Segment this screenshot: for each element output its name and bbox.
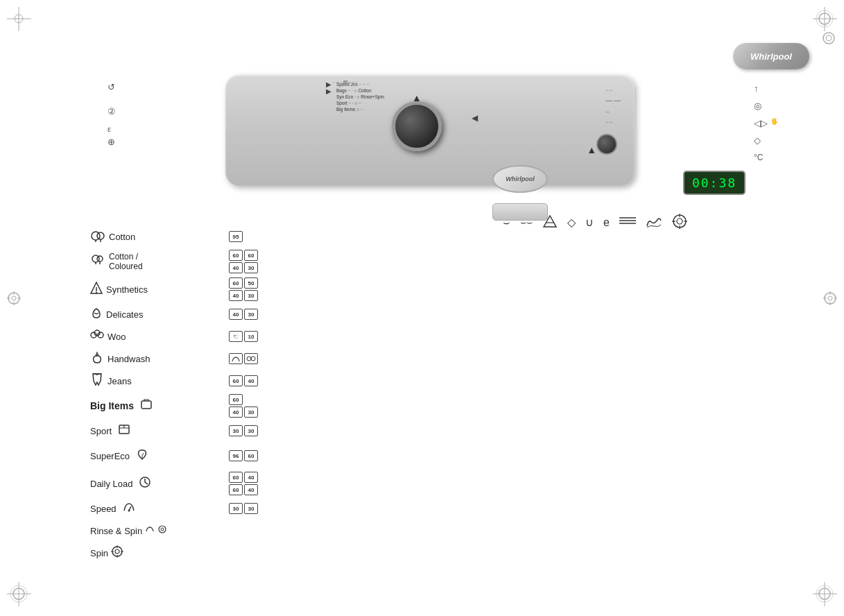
prog-bigitems: Big Items 60 40 30 bbox=[90, 394, 258, 418]
sym-1: ⌣ bbox=[503, 216, 510, 229]
sport-label-text: Sport bbox=[90, 426, 112, 436]
wool-icon-badge: 🐑 bbox=[229, 331, 243, 342]
daily-temp-40a: 40 bbox=[244, 472, 258, 483]
spin-label-text: Spin bbox=[90, 548, 108, 558]
wool-label: Woo bbox=[107, 332, 126, 342]
syn-temp-40: 40 bbox=[229, 290, 243, 301]
svg-point-32 bbox=[97, 256, 103, 262]
prog-rinsespin: Rinse & Spin bbox=[90, 522, 258, 540]
jeans-temp-40: 40 bbox=[244, 375, 258, 386]
prog-cotton-coloured: Cotton /Coloured 60 60 40 30 bbox=[90, 250, 258, 273]
speed-temp-30a: 30 bbox=[229, 503, 243, 514]
svg-point-15 bbox=[823, 33, 834, 44]
spin-icon-main bbox=[111, 545, 123, 561]
sym-6: e bbox=[603, 216, 610, 229]
panel-btn-right[interactable]: ▲ bbox=[587, 144, 596, 155]
mid-right-reg bbox=[823, 291, 837, 308]
svg-point-64 bbox=[828, 296, 832, 300]
machine-panel: ▶ ▶ ·· ·· ·· 60 ·· ·· ·· Whirlpool ▲ 00:… bbox=[225, 75, 635, 186]
speed-temp-30b: 30 bbox=[244, 503, 258, 514]
handwash-icon bbox=[90, 351, 104, 366]
jeans-label: Jeans bbox=[107, 376, 132, 386]
prog-spin: Spin bbox=[90, 544, 258, 562]
symbols-row: ⌣ ⌣⌣ ◇ ∪ e bbox=[503, 214, 687, 231]
sym-3 bbox=[542, 214, 558, 230]
sport-icon bbox=[118, 423, 130, 438]
svg-point-50 bbox=[161, 528, 164, 531]
handwash-label: Handwash bbox=[107, 354, 150, 364]
svg-point-37 bbox=[96, 292, 97, 293]
right-ind-4: ◇ bbox=[754, 135, 778, 146]
prog-jeans: Jeans 60 40 bbox=[90, 372, 258, 390]
sym-8 bbox=[646, 215, 662, 230]
rinse-icon bbox=[145, 524, 155, 537]
sym-7 bbox=[619, 216, 636, 229]
sym-2: ⌣⌣ bbox=[520, 216, 533, 228]
programs-section: Cotton 95 Cotton /Coloured 60 60 bbox=[90, 228, 258, 565]
prog-dailyload: Daily Load 60 40 60 40 bbox=[90, 472, 258, 495]
eco-temp-96: 96 bbox=[229, 450, 243, 461]
panel-prog-labels: Speed Jns ·· ·· ·· Bags ·· · ○ Cotton Sy… bbox=[336, 82, 440, 112]
dailyload-icon bbox=[139, 476, 151, 491]
brand-name: Whirlpool bbox=[750, 51, 792, 62]
right-ind-5: °C bbox=[754, 153, 778, 162]
right-ind-1: ↑ bbox=[754, 83, 778, 94]
prog-delicates: Delicates 40 30 bbox=[90, 305, 258, 323]
cc-temp-60a: 60 bbox=[229, 250, 243, 261]
dailyload-label-text: Daily Load bbox=[90, 479, 132, 489]
jeans-icon bbox=[90, 373, 104, 389]
prog-wool: Woo 🐑 10 bbox=[90, 327, 258, 345]
daily-temp-40b: 40 bbox=[244, 484, 258, 495]
corner-tr-circle bbox=[822, 31, 836, 48]
svg-point-28 bbox=[97, 232, 104, 239]
wool-icon bbox=[90, 329, 104, 344]
svg-point-58 bbox=[12, 296, 16, 300]
handwash-icon2 bbox=[229, 353, 243, 364]
sym-9 bbox=[672, 214, 687, 231]
svg-rect-44 bbox=[141, 401, 151, 409]
prog-supereco: SuperEco 96 60 bbox=[90, 447, 258, 465]
corner-tr bbox=[813, 7, 837, 34]
machine-logo: Whirlpool bbox=[492, 165, 548, 193]
speed-icon bbox=[123, 501, 135, 516]
spin-icon-inline bbox=[157, 524, 167, 537]
right-ind-2: ◎ bbox=[754, 101, 778, 111]
daily-temp-60b: 60 bbox=[229, 484, 243, 495]
del-temp-30: 30 bbox=[244, 309, 258, 320]
right-indicators-panel: ↑ ◎ ◁▷🖐 ◇ °C bbox=[754, 83, 778, 162]
corner-tl bbox=[7, 7, 31, 34]
cotton-label: Cotton bbox=[109, 232, 135, 242]
prog-cotton: Cotton 95 bbox=[90, 228, 258, 246]
big-temp-60: 60 bbox=[229, 394, 243, 405]
svg-point-41 bbox=[247, 357, 251, 361]
prog-synthetics: Synthetics 60 50 40 30 bbox=[90, 277, 258, 301]
left-ind-1: ↺ bbox=[107, 82, 116, 92]
cc-temp-60b: 60 bbox=[244, 250, 258, 261]
panel-knob-right[interactable] bbox=[596, 134, 617, 155]
bigitems-label-text: Big Items bbox=[90, 400, 134, 411]
svg-point-49 bbox=[159, 526, 166, 533]
syn-temp-60: 60 bbox=[229, 277, 243, 289]
eco-temp-60: 60 bbox=[244, 450, 258, 461]
prog-sport: Sport 30 30 bbox=[90, 422, 258, 440]
svg-point-22 bbox=[677, 219, 682, 224]
jeans-temp-60: 60 bbox=[229, 375, 243, 386]
machine-logo-text: Whirlpool bbox=[506, 176, 535, 182]
machine-display: 00:38 bbox=[683, 171, 746, 195]
corner-br bbox=[813, 582, 837, 609]
svg-point-52 bbox=[115, 549, 119, 554]
cotton-coloured-icon bbox=[90, 253, 105, 271]
right-ind-3: ◁▷🖐 bbox=[754, 118, 778, 128]
sym-5: ∪ bbox=[585, 216, 594, 229]
svg-point-51 bbox=[112, 547, 122, 556]
brand-badge: Whirlpool bbox=[733, 43, 809, 69]
synthetics-label: Synthetics bbox=[106, 284, 148, 295]
cc-temp-40: 40 bbox=[229, 262, 243, 273]
supereco-icon bbox=[136, 448, 148, 463]
delicates-label: Delicates bbox=[106, 309, 143, 320]
left-ind-4: ⊕ bbox=[107, 137, 116, 147]
sport-temp-30b: 30 bbox=[244, 425, 258, 436]
prog-speed: Speed 30 30 bbox=[90, 499, 258, 517]
syn-temp-30: 30 bbox=[244, 290, 258, 301]
delicates-icon bbox=[90, 307, 103, 322]
